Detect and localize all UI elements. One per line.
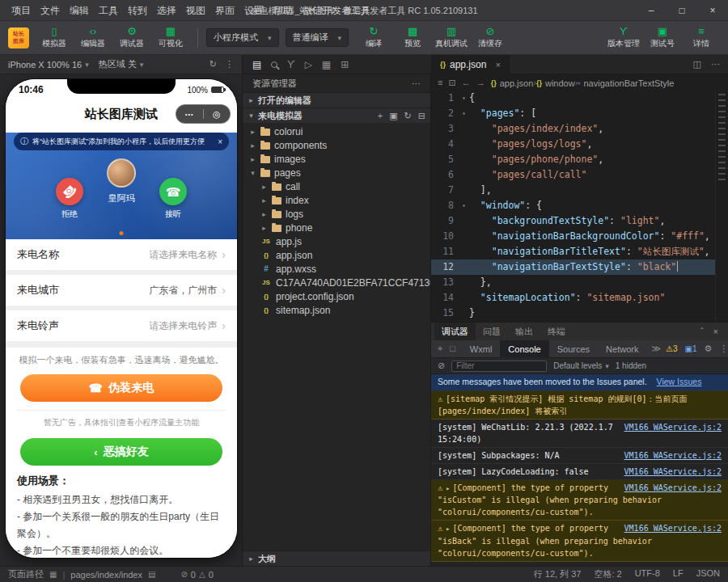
panel-tab[interactable]: 问题 bbox=[476, 323, 508, 340]
close-button[interactable]: × bbox=[697, 0, 728, 21]
tree-item-logs[interactable]: ▸logs bbox=[243, 207, 430, 221]
breadcrumb-item[interactable]: {}window bbox=[536, 78, 575, 88]
simulator-button[interactable]: ▯模拟器 bbox=[36, 26, 73, 49]
tree-item-phone[interactable]: ▸phone bbox=[243, 221, 430, 234]
grid-icon[interactable]: ⊞ bbox=[341, 59, 349, 70]
preview-button[interactable]: ▩预览 bbox=[394, 26, 431, 49]
collapse-panel-icon[interactable]: ˆ bbox=[700, 327, 704, 336]
close-panel-icon[interactable]: × bbox=[713, 327, 718, 336]
visualizer-button[interactable]: ▦可视化 bbox=[152, 26, 189, 49]
reject-call-button[interactable]: ☎ bbox=[56, 178, 83, 205]
code-line-1[interactable]: 1▾{ bbox=[431, 91, 715, 106]
extensions-icon[interactable]: ▦ bbox=[322, 59, 331, 70]
console-filter-input[interactable] bbox=[456, 361, 542, 370]
breadcrumb-item[interactable]: ▫navigationBarTextStyle bbox=[578, 78, 674, 88]
open-editors-section[interactable]: ▸ 打开的编辑器 bbox=[243, 92, 430, 108]
tree-item-app.wxss[interactable]: #app.wxss bbox=[243, 262, 430, 276]
breadcrumb-item[interactable]: {}app.json bbox=[491, 78, 534, 88]
copy-icon[interactable]: ▤ bbox=[148, 570, 155, 579]
outline-section[interactable]: ▸ 大纲 bbox=[243, 550, 430, 566]
tree-item-colorui[interactable]: ▸colorui bbox=[243, 124, 430, 138]
explorer-more-icon[interactable]: ⋯ bbox=[412, 78, 421, 89]
version-control-button[interactable]: ϒ版本管理 bbox=[605, 26, 642, 49]
collapse-all-icon[interactable]: ⊟ bbox=[418, 111, 425, 121]
settings-gear-icon[interactable]: ⚙ bbox=[704, 344, 712, 354]
source-control-icon[interactable]: ϒ bbox=[287, 59, 294, 70]
files-icon[interactable]: ▤ bbox=[252, 59, 261, 70]
refresh-icon[interactable]: ↻ bbox=[404, 111, 412, 121]
clear-cache-button[interactable]: ⊘清缓存 bbox=[472, 26, 509, 49]
back-icon[interactable]: ← bbox=[462, 78, 471, 87]
warning-count-badge[interactable]: ⚠3 bbox=[666, 344, 678, 353]
devtools-tab-wxml[interactable]: Wxml bbox=[462, 340, 501, 358]
code-line-14[interactable]: 14 "sitemapLocation": "sitemap.json" bbox=[431, 290, 715, 306]
add-to-miniprogram-banner[interactable]: ⓘ 将“站长图库测试”添加到我的小程序，以后使用更方便 × bbox=[14, 133, 229, 150]
tree-item-app.json[interactable]: {}app.json bbox=[243, 248, 430, 262]
device-select[interactable]: iPhone X 100% 16 ▾ bbox=[8, 60, 89, 70]
fold-icon[interactable]: ▾ bbox=[459, 198, 469, 213]
forward-icon[interactable]: → bbox=[476, 78, 485, 87]
code-line-2[interactable]: 2▾ "pages": [ bbox=[431, 106, 715, 121]
new-folder-icon[interactable]: ▣ bbox=[389, 111, 397, 121]
inspect-icon[interactable]: ⌖ bbox=[438, 344, 442, 354]
code-line-9[interactable]: 9 "backgroundTextStyle": "light", bbox=[431, 213, 715, 229]
source-link[interactable]: VM166 WAService.js:2 bbox=[624, 421, 722, 433]
more-dots-icon[interactable]: ••• bbox=[176, 112, 203, 117]
compile-button[interactable]: ↻编译 bbox=[355, 26, 392, 49]
devtools-tab-console[interactable]: Console bbox=[500, 340, 548, 358]
panel-tab[interactable]: 终端 bbox=[540, 323, 573, 340]
home-circle-icon[interactable]: ◎ bbox=[204, 110, 231, 119]
menu-item[interactable]: 选择 bbox=[152, 0, 181, 21]
project-section[interactable]: ▾ 来电模拟器 + ▣ ↻ ⊟ bbox=[243, 108, 430, 123]
menu-item[interactable]: 文件 bbox=[36, 0, 65, 21]
tree-item-components[interactable]: ▸components bbox=[243, 138, 430, 152]
source-link[interactable]: VM166 WAService.js:2 bbox=[624, 482, 722, 494]
accept-call-button[interactable]: ☎ bbox=[159, 178, 187, 205]
rotate-icon[interactable]: ↻ bbox=[210, 59, 217, 70]
panel-tab[interactable]: 输出 bbox=[508, 323, 540, 340]
debug-icon[interactable]: ▷ bbox=[305, 59, 312, 70]
code-line-15[interactable]: 15} bbox=[431, 306, 715, 321]
tree-item-C17AA740AD01E2BFA71CCF4713602B41.js[interactable]: JSC17AA740AD01E2BFA71CCF4713602B41.js bbox=[243, 276, 430, 289]
fake-call-button[interactable]: ☎ 伪装来电 bbox=[20, 374, 222, 402]
menu-item[interactable]: 界面 bbox=[210, 0, 239, 21]
details-button[interactable]: ≡详情 bbox=[683, 26, 720, 49]
panel-tab[interactable]: 调试器 bbox=[434, 323, 476, 340]
capsule-menu[interactable]: ••• ◎ bbox=[176, 104, 231, 124]
device-debug-button[interactable]: ▥真机调试 bbox=[433, 26, 470, 49]
menu-item[interactable]: 编辑 bbox=[65, 0, 94, 21]
tree-item-project.config.json[interactable]: {}project.config.json bbox=[243, 289, 430, 303]
source-link[interactable]: VM166 WAService.js:2 bbox=[624, 449, 722, 462]
devtools-more-icon[interactable]: ⋮ bbox=[719, 344, 728, 354]
more-tabs-icon[interactable]: ≫ bbox=[646, 344, 666, 354]
tree-item-call[interactable]: ▸call bbox=[243, 179, 430, 193]
more-actions-icon[interactable]: ⋯ bbox=[711, 59, 720, 70]
more-icon[interactable]: ⋮ bbox=[225, 59, 234, 70]
tree-item-index[interactable]: ▸index bbox=[243, 193, 430, 207]
new-file-icon[interactable]: + bbox=[378, 111, 383, 121]
devtools-tab-network[interactable]: Network bbox=[598, 340, 646, 358]
minimap[interactable] bbox=[715, 91, 728, 322]
menu-item[interactable]: 视图 bbox=[181, 0, 210, 21]
minimize-button[interactable]: – bbox=[636, 0, 667, 21]
close-tab-icon[interactable]: × bbox=[495, 60, 500, 70]
source-link[interactable]: VM166 WAService.js:2 bbox=[624, 466, 722, 478]
fold-icon[interactable]: ▾ bbox=[459, 106, 469, 121]
view-issues-link[interactable]: View Issues bbox=[657, 377, 702, 386]
device-toolbar-icon[interactable]: □ bbox=[450, 344, 455, 354]
menu-item[interactable]: 设置 bbox=[239, 0, 269, 21]
source-link[interactable]: VM166 WAService.js:2 bbox=[624, 522, 722, 534]
code-line-8[interactable]: 8▾ "window": { bbox=[431, 198, 715, 213]
search-icon[interactable] bbox=[271, 61, 277, 68]
hot-reload-toggle[interactable]: 热区域 关 ▾ bbox=[99, 58, 144, 70]
split-editor-icon[interactable]: ◫ bbox=[693, 59, 701, 70]
picker-row[interactable]: 来电城市广东省，广州市› bbox=[6, 275, 237, 306]
code-line-12[interactable]: 12 "navigationBarTextStyle": "black" bbox=[431, 259, 715, 275]
tree-item-pages[interactable]: ▾pages bbox=[243, 166, 430, 179]
page-grid-icon[interactable]: ▦ bbox=[49, 570, 57, 579]
tree-item-images[interactable]: ▸images bbox=[243, 152, 430, 166]
debugger-button[interactable]: ⚙调试器 bbox=[113, 26, 150, 49]
menu-item[interactable]: 微信开发者工具 bbox=[298, 0, 375, 21]
maximize-button[interactable]: □ bbox=[667, 0, 697, 21]
test-account-button[interactable]: ▣测试号 bbox=[644, 26, 681, 49]
